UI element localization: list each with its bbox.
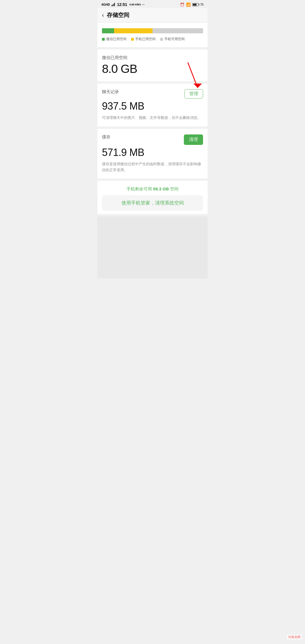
storage-bar [102,28,203,33]
remaining-value: 58.3 GB [153,186,169,191]
network-label: 4GHD [101,3,110,6]
speed-value: 0.60 KB/s [129,3,141,6]
bar-free [152,28,203,33]
bar-wechat [102,28,114,33]
chat-history-manage-button[interactable]: 管理 [184,89,203,99]
chat-history-value: 937.5 MB [102,100,203,112]
svg-marker-1 [193,84,202,88]
wechat-used-label: 微信已用空间 [102,55,203,60]
wifi-icon: 📶 [186,3,191,7]
phone-manager-button[interactable]: 使用手机管家，清理系统空间 [102,195,203,211]
legend-dot-phone [131,38,134,41]
remaining-suffix: 空间 [169,186,178,191]
legend-free-label: 手机可用空间 [164,37,185,42]
chart-section: 微信已用空间 手机已用空间 手机可用空间 [97,23,208,47]
legend-dot-wechat [102,38,105,41]
nav-bar: ‹ 存储空间 [97,8,208,23]
legend: 微信已用空间 手机已用空间 手机可用空间 [102,37,203,42]
extra-space [97,216,208,279]
battery-icon [192,3,199,6]
legend-phone-label: 手机已用空间 [135,37,156,42]
status-right: ⏰ 📶 75 [180,3,204,7]
cache-section: 缓存 清理 571.9 MB 缓存是使用微信过程中产生的临时数据，清理缓存不会影… [97,129,208,179]
chat-history-header: 聊天记录 管理 [102,89,203,99]
chat-history-desc: 可清理聊天中的图片、视频、文件等数据，但不会删除消息。 [102,115,203,121]
cache-desc: 缓存是使用微信过程中产生的临时数据，清理缓存不会影响微信的正常使用。 [102,161,203,173]
time-label: 12:51 [117,2,127,7]
remaining-text: 手机剩余可用 58.3 GB 空间 [102,186,203,192]
legend-phone: 手机已用空间 [131,37,156,42]
wechat-used-section: 微信已用空间 8.0 GB [97,49,208,81]
dots-label: ··· [142,3,145,6]
chat-history-section: 聊天记录 管理 937.5 MB 可清理聊天中的图片、视频、文件等数据，但不会删… [97,84,208,127]
bar-phone [114,28,152,33]
remaining-prefix: 手机剩余可用 [127,186,153,191]
status-bar: 4GHD 12:51 0.60 KB/s ··· ⏰ 📶 75 [97,0,208,8]
legend-free: 手机可用空间 [160,37,185,42]
cache-title: 缓存 [102,134,110,140]
legend-dot-free [160,38,163,41]
main-content: 微信已用空间 手机已用空间 手机可用空间 微信已用空间 8.0 GB 聊天记录 [97,23,208,279]
status-left: 4GHD 12:51 0.60 KB/s ··· [101,2,145,7]
signal-icon [111,3,115,6]
phone-remaining-section: 手机剩余可用 58.3 GB 空间 使用手机管家，清理系统空间 [97,181,208,214]
speed-info: 0.60 KB/s [129,3,141,6]
cache-value: 571.9 MB [102,147,203,158]
legend-wechat-label: 微信已用空间 [106,37,127,42]
cache-clean-button[interactable]: 清理 [184,134,203,145]
legend-wechat: 微信已用空间 [102,37,127,42]
back-button[interactable]: ‹ [102,12,104,19]
page-title: 存储空间 [107,11,129,19]
wechat-used-value: 8.0 GB [102,62,203,76]
cache-header: 缓存 清理 [102,134,203,145]
alarm-icon: ⏰ [180,3,184,7]
chat-history-title: 聊天记录 [102,89,119,95]
battery-label: 75 [200,3,204,6]
